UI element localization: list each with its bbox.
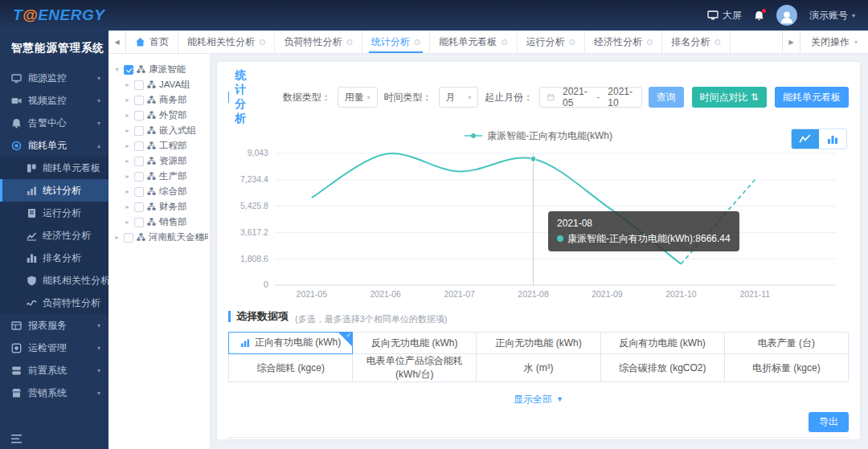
tab-close-icon[interactable]: ⊙ xyxy=(569,38,575,47)
chevron-down-icon: ▾ xyxy=(97,322,100,329)
svg-text:2021-08: 2021-08 xyxy=(518,290,549,299)
tree-node-child-7[interactable]: ▸综合部 xyxy=(113,184,208,199)
tree-checkbox[interactable] xyxy=(134,126,144,136)
line-chart-toggle[interactable] xyxy=(792,129,819,149)
tab-label: 能耗相关性分析 xyxy=(187,35,255,49)
data-item-cell-1-1[interactable]: 电表单位产品综合能耗 (kWh/台) xyxy=(353,354,477,382)
tree-expand-arrow[interactable]: ▸ xyxy=(124,81,131,88)
data-item-cell-1-4[interactable]: 电折标量 (kgce) xyxy=(724,354,848,382)
tab-close-icon[interactable]: ⊙ xyxy=(414,38,420,47)
tree-node-child-3[interactable]: ▸嵌入式组 xyxy=(113,123,208,138)
tree-checkbox[interactable] xyxy=(134,187,144,197)
data-item-cell-0-3[interactable]: 反向有功电能 (kWh) xyxy=(600,333,724,354)
data-item-cell-0-2[interactable]: 正向无功电能 (kWh) xyxy=(477,333,600,354)
sidebar-item-ranking-analysis[interactable]: 排名分析 xyxy=(0,247,108,269)
tab-5[interactable]: 经济性分析⊙ xyxy=(585,31,662,53)
query-button[interactable]: 查询 xyxy=(649,87,684,108)
sidebar-item-energy-unit-kanban[interactable]: 能耗单元看板 xyxy=(0,157,108,179)
chart-legend[interactable]: 康派智能-正向有功电能(kWh) xyxy=(228,126,849,145)
tree-checkbox[interactable] xyxy=(134,157,144,166)
data-item-cell-1-3[interactable]: 综合碳排放 (kgCO2) xyxy=(600,354,724,382)
tree-checkbox[interactable] xyxy=(134,172,144,182)
data-item-cell-0-0[interactable]: 正向有功电能 (kWh) xyxy=(229,333,353,354)
tab-close-icon[interactable]: ⊙ xyxy=(714,38,720,47)
time-type-value: 月 xyxy=(446,91,456,104)
tree-expand-arrow[interactable]: ▸ xyxy=(124,112,131,119)
data-item-cell-0-1[interactable]: 反向无功电能 (kWh) xyxy=(353,333,477,354)
tab-4[interactable]: 运行分析⊙ xyxy=(518,31,585,53)
tab-close-icon[interactable]: ⊙ xyxy=(501,38,507,47)
data-item-cell-1-2[interactable]: 水 (m³) xyxy=(477,354,600,382)
tab-0[interactable]: 能耗相关性分析⊙ xyxy=(178,31,275,53)
tree-expand-arrow[interactable]: ▸ xyxy=(124,218,131,226)
sidebar-item-energy-correlation-analysis[interactable]: 能耗相关性分析 xyxy=(0,269,108,292)
sidebar-item-alarm-center[interactable]: 告警中心▾ xyxy=(0,112,108,134)
tab-3[interactable]: 能耗单元看板⊙ xyxy=(430,31,517,53)
tree-node-root[interactable]: ▾康派智能 xyxy=(113,62,208,77)
tree-checkbox[interactable] xyxy=(134,141,144,151)
tree-expand-arrow[interactable]: ▸ xyxy=(124,142,131,149)
time-point-compare-button[interactable]: 时间点对比 ⇅ xyxy=(692,87,767,108)
avatar[interactable] xyxy=(776,5,797,26)
tab-close-icon[interactable]: ⊙ xyxy=(646,38,653,47)
export-button[interactable]: 导出 xyxy=(809,412,849,432)
big-screen-button[interactable]: 大屏 xyxy=(707,9,742,22)
tree-expand-arrow[interactable]: ▸ xyxy=(124,127,131,134)
account-menu[interactable]: 演示账号 ▾ xyxy=(809,9,855,22)
tab-close-icon[interactable]: ⊙ xyxy=(346,38,352,47)
tab-scroll-left[interactable]: ◀ xyxy=(108,31,126,53)
tab-2[interactable]: 统计分析⊙ xyxy=(362,31,430,53)
tree-expand-arrow[interactable]: ▾ xyxy=(113,66,121,73)
data-item-cell-1-0[interactable]: 综合能耗 (kgce) xyxy=(229,354,353,382)
sidebar-item-front-system[interactable]: 前置系统▾ xyxy=(0,359,108,382)
sidebar-item-inspection-management[interactable]: 运检管理▾ xyxy=(0,337,108,359)
close-operations-dropdown[interactable]: 关闭操作 ▾ xyxy=(800,31,868,53)
notification-bell-button[interactable] xyxy=(754,10,764,21)
tree-expand-arrow[interactable]: ▸ xyxy=(124,173,131,180)
sidebar-item-energy-monitoring[interactable]: 能源监控▾ xyxy=(0,67,108,89)
sidebar-item-report-service[interactable]: 报表服务▾ xyxy=(0,314,108,337)
tree-checkbox[interactable] xyxy=(124,233,133,243)
data-item-cell-0-4[interactable]: 电表产量 (台) xyxy=(724,333,848,354)
tree-checkbox[interactable] xyxy=(134,218,144,227)
tree-checkbox[interactable] xyxy=(134,80,144,90)
tree-node-child-4[interactable]: ▸工程部 xyxy=(113,138,208,153)
sidebar-item-video-monitoring[interactable]: 视频监控▾ xyxy=(0,89,108,112)
sidebar-item-load-characteristic-analysis[interactable]: 负荷特性分析 xyxy=(0,292,108,314)
energy-unit-kanban-button[interactable]: 能耗单元看板 xyxy=(775,87,849,108)
tree-expand-arrow[interactable]: ▸ xyxy=(124,203,131,210)
tab-home[interactable]: 首页 xyxy=(126,31,178,53)
tree-checkbox[interactable] xyxy=(134,111,144,120)
sidebar-item-operation-analysis[interactable]: 运行分析 xyxy=(0,202,108,224)
sidebar-collapse-toggle[interactable] xyxy=(0,428,108,449)
tree-checkbox[interactable] xyxy=(134,96,144,105)
tree-expand-arrow[interactable]: ▸ xyxy=(124,157,131,165)
sidebar-item-marketing-system[interactable]: 营销系统▾ xyxy=(0,382,108,404)
tree-node-child-5[interactable]: ▸资源部 xyxy=(113,153,208,169)
tree-node-child-0[interactable]: ▸JAVA组 xyxy=(113,77,208,92)
tab-scroll-right[interactable]: ▶ xyxy=(782,31,800,53)
sidebar-item-statistical-analysis[interactable]: 统计分析 xyxy=(0,179,108,202)
tree-node-child-9[interactable]: ▸销售部 xyxy=(113,214,208,230)
date-range-input[interactable]: 2021-05 - 2021-10 xyxy=(539,87,641,108)
time-type-select[interactable]: 月 ▾ xyxy=(439,87,479,108)
sidebar-item-economic-analysis[interactable]: 经济性分析 xyxy=(0,224,108,247)
tree-expand-arrow[interactable]: ▸ xyxy=(124,96,131,104)
tree-node-child-6[interactable]: ▸生产部 xyxy=(113,169,208,184)
tree-node-child-8[interactable]: ▸财务部 xyxy=(113,199,208,214)
tree-expand-arrow[interactable]: ▸ xyxy=(113,234,121,241)
bar-chart-toggle[interactable] xyxy=(819,129,846,149)
tree-node-child-1[interactable]: ▸商务部 xyxy=(113,92,208,108)
tree-checkbox[interactable] xyxy=(124,65,133,75)
tab-6[interactable]: 排名分析⊙ xyxy=(662,31,730,53)
tab-1[interactable]: 负荷特性分析⊙ xyxy=(275,31,362,53)
show-all-link[interactable]: 显示全部 ▼ xyxy=(228,389,849,410)
tree-node-child-2[interactable]: ▸外贸部 xyxy=(113,108,208,123)
tree-checkbox[interactable] xyxy=(134,202,144,212)
tree-node-root2[interactable]: ▸河南航天金穗电子有 xyxy=(113,230,208,245)
range-separator: - xyxy=(596,92,600,103)
sidebar-item-energy-unit[interactable]: 能耗单元▴ xyxy=(0,134,108,157)
tab-close-icon[interactable]: ⊙ xyxy=(259,38,265,47)
data-type-select[interactable]: 用量 ▾ xyxy=(338,87,378,108)
tree-expand-arrow[interactable]: ▸ xyxy=(124,188,131,195)
